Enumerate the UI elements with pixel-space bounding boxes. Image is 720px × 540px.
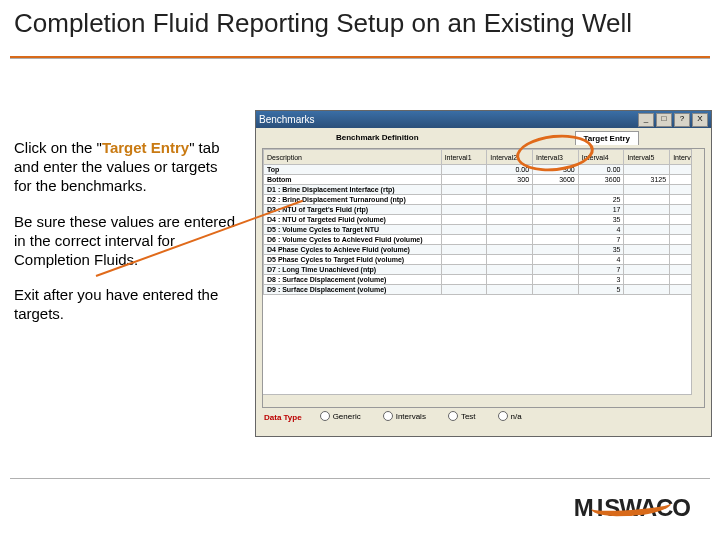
table-row[interactable]: D9 : Surface Displacement (volume)5 xyxy=(264,285,704,295)
instruction-p1: Click on the "Target Entry" tab and ente… xyxy=(14,138,238,196)
highlight-target-entry: Target Entry xyxy=(102,139,189,156)
benchmarks-window: Benchmarks _ □ ? X Benchmark Definition … xyxy=(255,110,712,437)
radio-option[interactable]: Intervals xyxy=(383,411,426,421)
close-button[interactable]: X xyxy=(692,113,708,127)
radio-option[interactable]: Test xyxy=(448,411,476,421)
radio-option[interactable]: Generic xyxy=(320,411,361,421)
table-row[interactable]: Top0.003000.00 xyxy=(264,165,704,175)
col-header[interactable]: Description xyxy=(264,150,442,165)
scrollbar-vertical[interactable] xyxy=(691,149,704,407)
table-row[interactable]: D1 : Brine Displacement Interface (rtp) xyxy=(264,185,704,195)
tab-strip: Benchmark Definition Target Entry xyxy=(256,128,711,148)
minimize-button[interactable]: _ xyxy=(638,113,654,127)
help-button[interactable]: ? xyxy=(674,113,690,127)
table-row[interactable]: D7 : Long Time Unachieved (ntp)7 xyxy=(264,265,704,275)
instruction-p2: Be sure these values are entered in the … xyxy=(14,212,238,270)
data-type-label: Data Type xyxy=(264,413,302,422)
footer-bar: Data Type GenericIntervalsTestn/a xyxy=(256,408,711,426)
table-row[interactable]: D2 : Brine Displacement Turnaround (ntp)… xyxy=(264,195,704,205)
col-header[interactable]: Interval2 xyxy=(487,150,533,165)
tab-benchmark-definition[interactable]: Benchmark Definition xyxy=(328,131,427,145)
divider-bottom xyxy=(10,478,710,479)
window-title: Benchmarks xyxy=(259,114,315,125)
instruction-p3: Exit after you have entered the targets. xyxy=(14,285,238,323)
col-header[interactable]: Interval1 xyxy=(441,150,487,165)
instruction-block: Click on the "Target Entry" tab and ente… xyxy=(14,138,238,340)
slide-title: Completion Fluid Reporting Setup on an E… xyxy=(14,8,632,39)
radio-option[interactable]: n/a xyxy=(498,411,522,421)
divider-top-shadow xyxy=(10,58,710,59)
col-header[interactable]: Interval3 xyxy=(533,150,579,165)
table-row[interactable]: D4 : NTU of Targeted Fluid (volume)35 xyxy=(264,215,704,225)
table-row[interactable]: D5 : Volume Cycles to Target NTU4 xyxy=(264,225,704,235)
col-header[interactable]: Interval4 xyxy=(578,150,624,165)
titlebar: Benchmarks _ □ ? X xyxy=(256,111,711,128)
table-row[interactable]: D6 : Volume Cycles to Achieved Fluid (vo… xyxy=(264,235,704,245)
table-row[interactable]: D4 Phase Cycles to Achieve Fluid (volume… xyxy=(264,245,704,255)
brand-logo: M ISWACO xyxy=(574,494,690,522)
table-row[interactable]: D8 : Surface Displacement (volume)3 xyxy=(264,275,704,285)
table-row[interactable]: Bottom300360036003125 xyxy=(264,175,704,185)
table-row[interactable]: D5 Phase Cycles to Target Fluid (volume)… xyxy=(264,255,704,265)
tab-target-entry[interactable]: Target Entry xyxy=(575,131,640,145)
scrollbar-horizontal[interactable] xyxy=(263,394,692,407)
table-row[interactable]: D3 : NTU of Target's Fluid (rtp)17 xyxy=(264,205,704,215)
col-header[interactable]: Interval5 xyxy=(624,150,670,165)
maximize-button[interactable]: □ xyxy=(656,113,672,127)
data-grid[interactable]: DescriptionInterval1Interval2Interval3In… xyxy=(262,148,705,408)
